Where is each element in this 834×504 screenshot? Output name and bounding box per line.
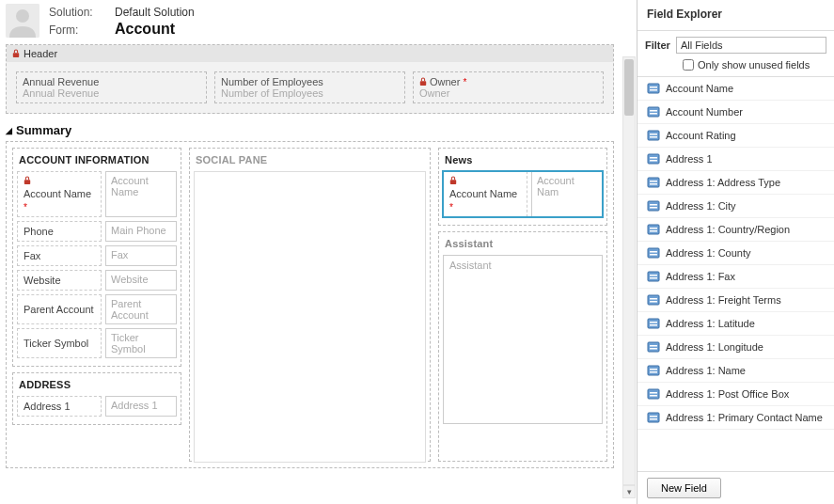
new-field-button[interactable]: New Field — [647, 478, 721, 498]
tab-col-3: News Account Name* Account Nam Assistant… — [438, 148, 607, 462]
field-name: Address 1: County — [666, 247, 751, 259]
field-cell[interactable]: FaxFax — [17, 245, 177, 266]
field-name: Address 1: Post Office Box — [666, 388, 789, 400]
scrollbar-down-button[interactable]: ▾ — [622, 485, 636, 498]
section-social-pane[interactable]: SOCIAL PANE — [189, 148, 431, 462]
form-designer-main: Solution: Default Solution Form: Account… — [0, 0, 637, 504]
field-input[interactable]: Address 1 — [105, 396, 177, 417]
field-icon — [647, 176, 660, 189]
solution-name: Default Solution — [115, 4, 195, 21]
field-icon — [647, 105, 660, 118]
field-name: Address 1: Country/Region — [666, 224, 790, 235]
section-title: ACCOUNT INFORMATION — [19, 154, 175, 165]
field-input[interactable]: Account Name — [105, 171, 177, 217]
field-list-item[interactable]: Account Rating — [637, 124, 834, 148]
field-cell[interactable]: Ticker SymbolTicker Symbol — [17, 328, 177, 358]
required-star: * — [463, 77, 466, 87]
field-list-item[interactable]: Address 1: Freight Terms — [637, 289, 834, 312]
header-field[interactable]: Number of EmployeesNumber of Employees — [214, 71, 405, 103]
form-label: Form: — [49, 22, 105, 39]
header-title-text: Header — [24, 48, 57, 59]
unused-fields-label: Only show unused fields — [698, 59, 810, 71]
lock-icon — [419, 77, 427, 87]
field-input[interactable]: Account Nam — [531, 171, 603, 217]
field-list-item[interactable]: Account Number — [637, 101, 834, 124]
field-name: Address 1: Primary Contact Name — [666, 412, 823, 423]
header-field[interactable]: Owner*Owner — [413, 71, 604, 103]
field-label: Account Name* — [443, 171, 527, 217]
field-cell[interactable]: Parent AccountParent Account — [17, 294, 177, 324]
field-label: Number of Employees — [221, 76, 399, 87]
field-list-item[interactable]: Address 1: Longitude — [637, 336, 834, 359]
field-list-item[interactable]: Address 1 — [637, 148, 834, 171]
assistant-control[interactable]: Assistant — [443, 255, 603, 424]
section-address[interactable]: ADDRESS Address 1Address 1 — [12, 372, 181, 425]
scrollbar-track[interactable] — [622, 56, 636, 485]
field-label: Website — [17, 270, 102, 291]
field-input[interactable]: Website — [105, 270, 177, 291]
field-list-item[interactable]: Address 1: Name — [637, 359, 834, 383]
field-list[interactable]: Account NameAccount NumberAccount Rating… — [637, 77, 834, 471]
tab-summary-title[interactable]: ◢ Summary — [6, 123, 614, 137]
tab-summary-body[interactable]: ACCOUNT INFORMATION Account Name*Account… — [6, 141, 614, 468]
field-placeholder: Owner — [419, 87, 597, 99]
tab-col-2: SOCIAL PANE — [189, 148, 431, 462]
field-name: Address 1: Latitude — [666, 318, 755, 329]
field-label: Annual Revenue — [23, 76, 200, 87]
form-canvas[interactable]: Header Annual RevenueAnnual RevenueNumbe… — [6, 44, 614, 468]
field-name: Address 1: Name — [666, 365, 746, 376]
vertical-scrollbar[interactable]: ▾ — [622, 56, 637, 498]
field-cell[interactable]: Account Name*Account Name — [17, 171, 177, 217]
lock-icon — [449, 176, 457, 185]
form-header-block[interactable]: Header Annual RevenueAnnual RevenueNumbe… — [6, 44, 614, 114]
field-icon — [647, 293, 660, 307]
field-label: Account Name* — [17, 171, 102, 217]
form-name: Account — [115, 21, 175, 38]
lock-icon — [24, 176, 31, 185]
required-star: * — [24, 202, 27, 213]
section-title: Assistant — [445, 238, 601, 249]
filter-label: Filter — [645, 39, 670, 51]
field-list-item[interactable]: Address 1: City — [637, 195, 834, 218]
field-list-item[interactable]: Address 1: Latitude — [637, 312, 834, 336]
field-input[interactable]: Fax — [105, 245, 177, 266]
field-input[interactable]: Main Phone — [105, 221, 177, 242]
field-input[interactable]: Parent Account — [105, 294, 177, 324]
section-title: SOCIAL PANE — [196, 154, 424, 165]
header-block-title: Header — [7, 45, 613, 62]
field-name: Address 1: Freight Terms — [666, 294, 781, 306]
header-field[interactable]: Annual RevenueAnnual Revenue — [16, 71, 207, 103]
header-fields-row: Annual RevenueAnnual RevenueNumber of Em… — [7, 62, 613, 113]
collapse-icon: ◢ — [6, 126, 12, 135]
field-list-item[interactable]: Address 1: Country/Region — [637, 218, 834, 242]
solution-header: Solution: Default Solution Form: Account — [6, 4, 631, 39]
unused-fields-checkbox[interactable] — [683, 59, 694, 71]
solution-label: Solution: — [49, 4, 105, 21]
field-list-item[interactable]: Address 1: Primary Contact Name — [637, 406, 834, 430]
field-list-item[interactable]: Address 1: Address Type — [637, 171, 834, 195]
section-news[interactable]: News Account Name* Account Nam — [438, 148, 607, 226]
section-account-information[interactable]: ACCOUNT INFORMATION Account Name*Account… — [12, 148, 181, 367]
filter-select[interactable]: All Fields — [676, 37, 826, 54]
field-cell-selected[interactable]: Account Name* Account Nam — [443, 171, 603, 217]
field-explorer-title: Field Explorer — [637, 0, 834, 31]
section-assistant[interactable]: Assistant Assistant — [438, 231, 607, 462]
field-name: Address 1: Longitude — [666, 341, 763, 353]
field-list-item[interactable]: Address 1: Post Office Box — [637, 383, 834, 406]
field-icon — [647, 317, 660, 330]
field-icon — [647, 387, 660, 401]
field-cell[interactable]: WebsiteWebsite — [17, 270, 177, 291]
field-label: Ticker Symbol — [17, 328, 102, 358]
social-pane-control[interactable] — [194, 171, 426, 463]
field-list-item[interactable]: Address 1: Fax — [637, 265, 834, 289]
field-list-item[interactable]: Address 1: County — [637, 242, 834, 265]
field-icon — [647, 364, 660, 377]
field-name: Account Number — [666, 106, 743, 118]
field-cell[interactable]: Address 1Address 1 — [17, 396, 177, 417]
scrollbar-thumb[interactable] — [624, 59, 634, 116]
field-cell[interactable]: PhoneMain Phone — [17, 221, 177, 242]
field-input[interactable]: Ticker Symbol — [105, 328, 177, 358]
field-label: Fax — [17, 245, 102, 266]
lock-icon — [12, 49, 20, 58]
field-list-item[interactable]: Account Name — [637, 77, 834, 101]
